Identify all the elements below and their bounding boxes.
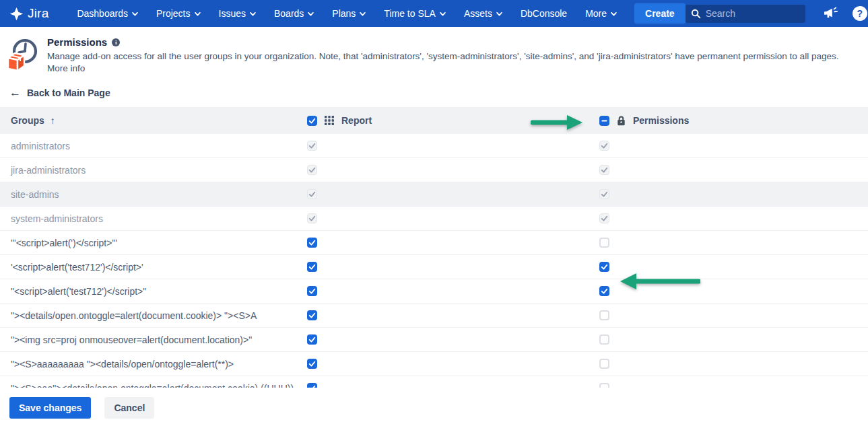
nav-item-time-to-sla[interactable]: Time to SLA [384,8,446,19]
permissions-checkbox [599,189,609,199]
permissions-checkbox [599,213,609,223]
report-checkbox [307,189,317,199]
page-description: Manage add-on access for all the user gr… [47,51,838,61]
permissions-checkbox[interactable] [599,334,609,345]
nav-item-plans[interactable]: Plans [332,8,366,19]
app-header: Permissions i Manage add-on access for a… [0,27,868,76]
group-name: administrators [11,141,70,151]
column-header-groups[interactable]: Groups [11,115,44,126]
table-row: system-administrators [0,207,868,231]
search-input[interactable] [686,5,805,23]
report-checkbox [307,165,317,175]
back-to-main-page-link[interactable]: ← Back to Main Page [9,87,110,98]
time-to-sla-app-icon [4,36,40,76]
chevron-down-icon [308,11,314,16]
table-row: "<script>alert('test712')</script>" [0,279,868,304]
permissions-select-all-checkbox[interactable] [599,116,609,126]
group-name: "><S>aaa"><details/open ontoggle=alert(d… [11,383,294,388]
chevron-down-icon [611,11,617,16]
nav-item-issues[interactable]: Issues [219,8,256,19]
chevron-down-icon [132,11,138,16]
table-row: "><S>aaaaaaaaa "><details/open/ontoggle=… [0,352,868,376]
group-name: "'<script>alert(')</script>'" [11,238,117,248]
table-row: jira-administrators [0,158,868,182]
page-title: Permissions [47,36,107,48]
report-checkbox[interactable] [307,383,317,388]
info-icon[interactable]: i [112,38,120,46]
group-name: "><details/open.ontoggle=alert(document.… [11,310,257,321]
table-row: "><details/open.ontoggle=alert(document.… [0,304,868,328]
footer-actions: Save changes Cancel [9,397,868,419]
report-checkbox[interactable] [307,262,317,272]
more-info-link[interactable]: More info [47,63,85,73]
announcement-icon[interactable] [824,7,838,20]
permissions-checkbox[interactable] [599,262,609,272]
report-select-all-checkbox[interactable] [307,116,317,126]
top-navigation: Jira DashboardsProjectsIssuesBoardsPlans… [0,0,868,27]
jira-logo-icon [9,7,24,21]
create-button[interactable]: Create [634,3,686,24]
sort-ascending-icon[interactable]: ↑ [51,115,55,126]
search-box [686,5,805,23]
group-name: "><img src=proj onmouseover=alert(docume… [11,334,252,345]
permissions-checkbox[interactable] [599,286,609,296]
jira-logo[interactable]: Jira [9,6,48,21]
table-row: site-admins [0,182,868,207]
back-arrow-icon: ← [9,88,21,98]
column-header-permissions: Permissions [633,115,689,126]
group-name: system-administrators [11,213,103,224]
save-changes-button[interactable]: Save changes [9,397,91,419]
report-checkbox[interactable] [307,359,317,369]
table-row: "><img src=proj onmouseover=alert(docume… [0,328,868,352]
chevron-down-icon [195,11,201,16]
nav-item-dbconsole[interactable]: DbConsole [521,8,567,19]
nav-item-dashboards[interactable]: Dashboards [77,8,138,19]
brand-name: Jira [28,6,48,21]
permissions-checkbox [599,141,609,151]
permissions-checkbox[interactable] [599,359,609,369]
search-icon [691,9,701,19]
permissions-checkbox[interactable] [599,238,609,248]
nav-item-assets[interactable]: Assets [464,8,502,19]
group-name: jira-administrators [11,165,86,176]
table-row: "><S>aaa"><details/open ontoggle=alert(d… [0,376,868,388]
group-name: "<script>alert('test712')</script>" [11,286,146,297]
report-checkbox[interactable] [307,286,317,296]
report-checkbox[interactable] [307,334,317,345]
table-body: administratorsjira-administratorssite-ad… [0,134,868,388]
table-row: "'<script>alert(')</script>'" [0,231,868,255]
group-name: "><S>aaaaaaaaa "><details/open/ontoggle=… [11,359,234,369]
group-name: site-admins [11,189,59,200]
report-checkbox[interactable] [307,238,317,248]
help-icon[interactable]: ? [853,6,867,21]
chevron-down-icon [496,11,502,16]
chevron-down-icon [250,11,256,16]
group-name: '<script>alert('test712')</script>' [11,262,143,273]
chevron-down-icon [360,11,366,16]
permissions-checkbox[interactable] [599,310,609,320]
table-row: '<script>alert('test712')</script>' [0,255,868,279]
report-checkbox[interactable] [307,310,317,320]
table-header: Groups ↑ Report Pe [0,107,868,134]
permissions-checkbox [599,165,609,175]
lock-icon [617,116,626,126]
report-checkbox [307,213,317,223]
table-row: administrators [0,134,868,158]
report-checkbox [307,141,317,151]
permissions-table: Groups ↑ Report Pe [0,107,868,388]
column-header-report: Report [341,115,372,126]
grid-icon [325,116,334,125]
nav-menu: DashboardsProjectsIssuesBoardsPlansTime … [77,8,617,19]
permissions-checkbox[interactable] [599,383,609,388]
chevron-down-icon [440,11,446,16]
cancel-button[interactable]: Cancel [104,397,154,419]
nav-item-boards[interactable]: Boards [274,8,314,19]
nav-item-more[interactable]: More [585,8,617,19]
nav-item-projects[interactable]: Projects [156,8,201,19]
